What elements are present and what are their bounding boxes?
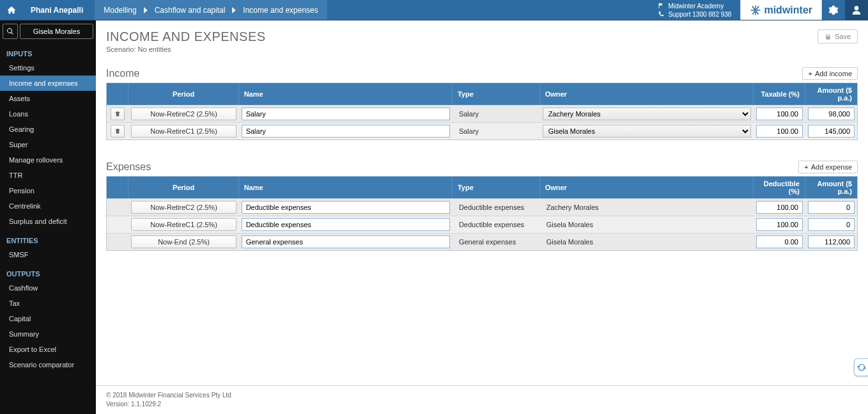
- sidebar-item-ttr[interactable]: TTR: [0, 168, 96, 183]
- type-cell: General expenses: [455, 238, 520, 246]
- sidebar-item-loans[interactable]: Loans: [0, 106, 96, 122]
- crumb-2[interactable]: Income and expenses: [243, 6, 318, 15]
- sidebar-item-income-and-expenses[interactable]: Income and expenses: [0, 76, 96, 91]
- expenses-col-period: Period: [128, 177, 238, 198]
- sidebar-item-pension[interactable]: Pension: [0, 183, 96, 198]
- amount-input[interactable]: [808, 125, 855, 138]
- trash-icon: [114, 128, 121, 134]
- phone-icon: [658, 11, 664, 17]
- delete-row-button[interactable]: [111, 107, 125, 120]
- sidebar-item-export-to-excel[interactable]: Export to Excel: [0, 342, 96, 357]
- sidebar-item-gearing[interactable]: Gearing: [0, 122, 96, 137]
- name-input[interactable]: [242, 125, 450, 138]
- sidebar-item-summary[interactable]: Summary: [0, 326, 96, 342]
- expenses-col-type: Type: [453, 177, 540, 198]
- type-cell: Deductible expenses: [455, 203, 528, 211]
- period-selector[interactable]: Now-End (2.5%): [131, 235, 236, 248]
- chevron-right-icon: [231, 7, 236, 13]
- crumb-0[interactable]: Modelling: [104, 6, 136, 15]
- expenses-col-pct: Deductible (%): [754, 177, 805, 198]
- add-income-button[interactable]: + Add income: [802, 67, 858, 80]
- footer: © 2018 Midwinter Financial Services Pty …: [96, 385, 868, 414]
- deductible-input[interactable]: [756, 235, 803, 248]
- profile-button[interactable]: [845, 0, 868, 20]
- sidebar-item-assets[interactable]: Assets: [0, 91, 96, 106]
- income-col-type: Type: [453, 83, 540, 105]
- academy-link[interactable]: Midwinter Academy: [668, 2, 724, 10]
- expenses-table: Period Name Type Owner Deductible (%) Am…: [106, 176, 858, 251]
- period-selector[interactable]: Now-RetireC2 (2.5%): [131, 107, 236, 120]
- table-row: Now-End (2.5%) General expenses Gisela M…: [107, 233, 857, 250]
- name-input[interactable]: [242, 201, 450, 214]
- type-cell: Salary: [455, 127, 483, 135]
- sidebar-item-scenario-comparator[interactable]: Scenario comparator: [0, 357, 96, 372]
- sidebar-heading-entities: ENTITIES: [0, 229, 96, 247]
- sidebar-item-tax[interactable]: Tax: [0, 296, 96, 311]
- delete-row-button[interactable]: [111, 125, 125, 138]
- amount-input[interactable]: [808, 218, 855, 231]
- snowflake-icon: [750, 4, 761, 16]
- sidebar-item-cashflow[interactable]: Cashflow: [0, 280, 96, 296]
- sidebar-item-centrelink[interactable]: Centrelink: [0, 198, 96, 214]
- remote-support-badge[interactable]: [854, 358, 868, 376]
- crumb-1[interactable]: Cashflow and capital: [155, 6, 226, 15]
- expenses-col-name: Name: [239, 177, 453, 198]
- chevron-right-icon: [143, 7, 148, 13]
- owner-select[interactable]: Zachery Morales: [543, 107, 751, 120]
- sidebar-item-super[interactable]: Super: [0, 137, 96, 152]
- settings-button[interactable]: [822, 0, 845, 20]
- sidebar-item-settings[interactable]: Settings: [0, 60, 96, 76]
- owner-cell: Gisela Morales: [543, 238, 597, 246]
- owner-cell: Zachery Morales: [543, 203, 603, 211]
- table-row: Now-RetireC2 (2.5%) Deductible expenses …: [107, 198, 857, 216]
- save-icon: [825, 33, 832, 40]
- expenses-section-title: Expenses: [106, 161, 151, 173]
- search-icon: [6, 28, 14, 35]
- sidebar: Gisela Morales INPUTS SettingsIncome and…: [0, 20, 96, 414]
- income-col-name: Name: [239, 83, 453, 105]
- name-input[interactable]: [242, 218, 450, 231]
- add-expense-button[interactable]: + Add expense: [798, 161, 858, 173]
- taxable-input[interactable]: [756, 107, 803, 120]
- income-table: Period Name Type Owner Taxable (%) Amoun…: [106, 83, 858, 140]
- advisor-name: Phani Anepalli: [23, 0, 91, 20]
- support-text: Support 1300 882 938: [668, 10, 731, 19]
- sidebar-item-manage-rollovers[interactable]: Manage rollovers: [0, 152, 96, 168]
- amount-input[interactable]: [808, 201, 855, 214]
- income-col-owner: Owner: [540, 83, 754, 105]
- deductible-input[interactable]: [756, 201, 803, 214]
- name-input[interactable]: [242, 107, 450, 120]
- deductible-input[interactable]: [756, 218, 803, 231]
- table-row: Now-RetireC2 (2.5%) Salary Zachery Moral…: [107, 105, 857, 122]
- type-cell: Deductible expenses: [455, 221, 528, 228]
- name-input[interactable]: [242, 235, 450, 248]
- sidebar-item-capital[interactable]: Capital: [0, 311, 96, 326]
- table-row: Now-RetireC1 (2.5%) Salary Gisela Morale…: [107, 122, 857, 139]
- income-col-amt: Amount ($ p.a.): [805, 83, 857, 105]
- sidebar-search-button[interactable]: [3, 24, 18, 39]
- income-col-period: Period: [128, 83, 238, 105]
- support-info: Midwinter Academy Support 1300 882 938: [649, 0, 740, 20]
- footer-version: Version: 1.1.1029.2: [106, 400, 858, 409]
- sidebar-item-surplus-and-deficit[interactable]: Surplus and deficit: [0, 214, 96, 229]
- home-button[interactable]: [0, 0, 23, 20]
- amount-input[interactable]: [808, 235, 855, 248]
- period-selector[interactable]: Now-RetireC1 (2.5%): [131, 125, 236, 138]
- gear-icon: [828, 5, 839, 15]
- plus-icon: +: [808, 70, 812, 77]
- expenses-col-owner: Owner: [540, 177, 754, 198]
- period-selector[interactable]: Now-RetireC1 (2.5%): [131, 218, 236, 231]
- sync-icon: [856, 362, 867, 372]
- sidebar-heading-inputs: INPUTS: [0, 42, 96, 60]
- income-section-title: Income: [106, 68, 139, 79]
- scenario-subtitle: Scenario: No entities: [106, 45, 266, 53]
- taxable-input[interactable]: [756, 125, 803, 138]
- owner-cell: Gisela Morales: [543, 221, 597, 228]
- home-icon: [6, 5, 17, 15]
- period-selector[interactable]: Now-RetireC2 (2.5%): [131, 201, 236, 214]
- client-selector[interactable]: Gisela Morales: [20, 24, 93, 39]
- amount-input[interactable]: [808, 107, 855, 120]
- owner-select[interactable]: Gisela Morales: [543, 125, 751, 138]
- sidebar-item-smsf[interactable]: SMSF: [0, 247, 96, 262]
- save-button[interactable]: Save: [818, 29, 858, 44]
